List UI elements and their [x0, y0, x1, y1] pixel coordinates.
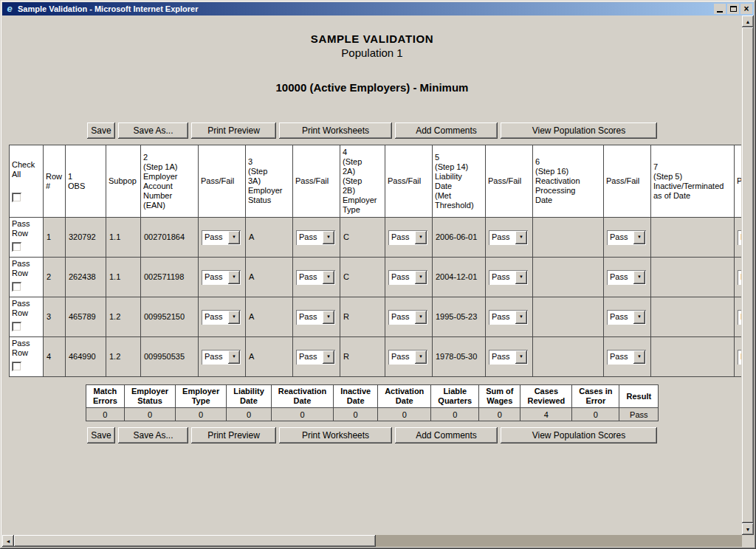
type-pass-fail-select[interactable]: Pass ▼ — [388, 230, 427, 245]
liability-date-cell: 1995-05-23 — [433, 297, 486, 337]
pass-row-checkbox[interactable] — [12, 242, 21, 252]
liability-pass-fail-select[interactable]: Pass ▼ — [489, 230, 528, 245]
type-pass-fail-select[interactable]: Pass ▼ — [388, 310, 427, 325]
dropdown-arrow-icon: ▼ — [323, 351, 334, 364]
summary-header-row: Match Errors Employer Status Employer Ty… — [86, 385, 658, 408]
bottom-save-as-button[interactable]: Save As... — [118, 427, 188, 443]
horizontal-scroll-thumb[interactable] — [14, 535, 376, 547]
ean-passfail-cell: Pass ▼ — [199, 218, 246, 258]
vertical-scrollbar[interactable]: ▲ ▼ — [742, 15, 754, 535]
clipped-pass-fail-select[interactable]: Pass ▼ — [738, 310, 741, 325]
summary-value-cell: 0 — [271, 408, 333, 421]
header-pass-fail-clipped: Pass/Fail — [735, 145, 742, 218]
clipped-pass-fail-select[interactable]: Pass ▼ — [738, 350, 741, 365]
save-button[interactable]: Save — [87, 122, 115, 139]
pass-row-checkbox[interactable] — [12, 362, 21, 371]
print-worksheets-button[interactable]: Print Worksheets — [279, 122, 392, 139]
minimize-button[interactable] — [714, 4, 726, 14]
status-passfail-cell: Pass ▼ — [293, 297, 340, 337]
bottom-print-preview-button[interactable]: Print Preview — [191, 427, 276, 443]
header-employer-status: 3 (Step 3A) Employer Status — [246, 145, 293, 218]
liability-pass-fail-select[interactable]: Pass ▼ — [489, 270, 528, 285]
scroll-down-button[interactable]: ▼ — [742, 523, 754, 535]
dropdown-arrow-icon: ▼ — [633, 311, 645, 324]
type-pass-fail-select[interactable]: Pass ▼ — [388, 270, 427, 285]
row-number-cell: 1 — [44, 218, 66, 258]
dropdown-arrow-icon: ▼ — [515, 231, 527, 244]
dropdown-arrow-icon: ▼ — [633, 231, 645, 244]
summary-header-cell: Liable Quarters — [431, 385, 479, 408]
population-label: Population 1 — [2, 46, 742, 60]
header-obs: 1 OBS — [66, 145, 106, 218]
add-comments-button[interactable]: Add Comments — [395, 122, 498, 139]
header-pass-fail-status: Pass/Fail — [293, 145, 340, 218]
pass-row-label: Pass Row — [12, 259, 41, 278]
status-pass-fail-select[interactable]: Pass ▼ — [296, 270, 335, 285]
liability-passfail-cell: Pass ▼ — [486, 337, 533, 377]
ean-pass-fail-select[interactable]: Pass ▼ — [202, 350, 241, 365]
summary-header-cell: Cases Reviewed — [520, 385, 572, 408]
header-pass-fail-reactivation: Pass/Fail — [604, 145, 651, 218]
liability-passfail-cell: Pass ▼ — [486, 297, 533, 337]
inactive-terminated-cell — [651, 297, 735, 337]
page-subtitle: 10000 (Active Employers) - Minimum — [2, 80, 742, 94]
scroll-left-button[interactable]: ◄ — [2, 535, 14, 547]
print-preview-button[interactable]: Print Preview — [191, 122, 276, 139]
status-passfail-cell: Pass ▼ — [293, 337, 340, 377]
vertical-scroll-thumb[interactable] — [742, 27, 754, 523]
ean-cell: 009950535 — [141, 337, 199, 377]
scroll-up-button[interactable]: ▲ — [742, 15, 754, 27]
status-pass-fail-select[interactable]: Pass ▼ — [296, 350, 335, 365]
pass-row-checkbox[interactable] — [12, 282, 21, 291]
header-row: Check All Row # 1 OBS Subpop 2 (Step 1A)… — [10, 145, 742, 218]
status-pass-fail-select[interactable]: Pass ▼ — [296, 310, 335, 325]
save-as-button[interactable]: Save As... — [118, 122, 188, 139]
title-bar[interactable]: e Sample Validation - Microsoft Internet… — [2, 2, 754, 15]
close-button[interactable]: × — [740, 4, 752, 14]
liability-date-cell: 2006-06-01 — [433, 218, 486, 258]
liability-pass-fail-select[interactable]: Pass ▼ — [489, 350, 528, 365]
subpop-cell: 1.2 — [106, 297, 141, 337]
liability-date-cell: 1978-05-30 — [433, 337, 486, 377]
table-row: Pass Row 2 262438 1.1 002571198 — [10, 258, 742, 297]
inactive-terminated-cell — [651, 258, 735, 297]
minimize-icon — [717, 11, 723, 13]
summary-value-cell: 0 — [479, 408, 520, 421]
dropdown-arrow-icon: ▼ — [323, 311, 334, 324]
pass-row-checkbox[interactable] — [12, 322, 21, 331]
bottom-print-worksheets-button[interactable]: Print Worksheets — [279, 427, 392, 443]
window-title: Sample Validation - Microsoft Internet E… — [16, 4, 712, 13]
summary-table: Match Errors Employer Status Employer Ty… — [86, 384, 659, 421]
row-check-cell: Pass Row — [10, 297, 44, 337]
liability-date-cell: 2004-12-01 — [433, 258, 486, 297]
type-pass-fail-select[interactable]: Pass ▼ — [388, 350, 427, 365]
type-passfail-cell: Pass ▼ — [385, 218, 433, 258]
bottom-view-population-scores-button[interactable]: View Population Scores — [501, 427, 657, 443]
header-reactivation-date: 6 (Step 16) Reactivation Processing Date — [533, 145, 604, 218]
bottom-save-button[interactable]: Save — [87, 427, 115, 443]
reactivation-pass-fail-select[interactable]: Pass ▼ — [607, 270, 646, 285]
reactivation-pass-fail-select[interactable]: Pass ▼ — [607, 350, 646, 365]
top-toolbar: Save Save As... Print Preview Print Work… — [2, 122, 742, 139]
table-row: Pass Row 3 465789 1.2 009952150 — [10, 297, 742, 337]
reactivation-pass-fail-select[interactable]: Pass ▼ — [607, 230, 646, 245]
scrollbar-corner — [742, 535, 754, 547]
maximize-button[interactable] — [727, 4, 739, 14]
bottom-add-comments-button[interactable]: Add Comments — [395, 427, 498, 443]
dropdown-arrow-icon: ▼ — [228, 231, 240, 244]
clipped-pass-fail-select[interactable]: Pass ▼ — [738, 230, 741, 245]
status-passfail-cell: Pass ▼ — [293, 258, 340, 297]
liability-pass-fail-select[interactable]: Pass ▼ — [489, 310, 528, 325]
reactivation-pass-fail-select[interactable]: Pass ▼ — [607, 310, 646, 325]
horizontal-scrollbar[interactable]: ◄ — [2, 535, 742, 547]
clipped-pass-fail-select[interactable]: Pass ▼ — [738, 270, 741, 285]
ean-pass-fail-select[interactable]: Pass ▼ — [202, 230, 241, 245]
check-all-checkbox[interactable] — [12, 193, 21, 202]
ean-pass-fail-select[interactable]: Pass ▼ — [202, 310, 241, 325]
ean-pass-fail-select[interactable]: Pass ▼ — [202, 270, 241, 285]
obs-cell: 464990 — [66, 337, 106, 377]
status-pass-fail-select[interactable]: Pass ▼ — [296, 230, 335, 245]
dropdown-arrow-icon: ▼ — [228, 271, 240, 284]
view-population-scores-button[interactable]: View Population Scores — [501, 122, 657, 139]
clipped-passfail-cell: Pass ▼ — [735, 218, 742, 258]
